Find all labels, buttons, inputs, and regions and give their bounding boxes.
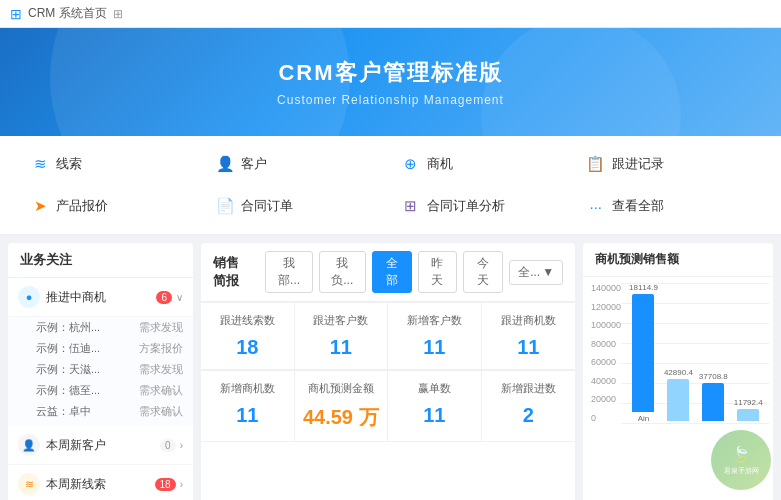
nav-more-label: 查看全部 (612, 197, 664, 215)
nav-more[interactable]: ··· 查看全部 (576, 190, 761, 222)
mid-panel-title: 销售简报 (213, 254, 251, 290)
biz-item-opportunity[interactable]: ● 推进中商机 6 ∨ (8, 278, 193, 317)
biz-sub-item[interactable]: 示例：天滋... 需求发现 (36, 359, 193, 380)
biz-sub-item[interactable]: 示例：伍迪... 方案报价 (36, 338, 193, 359)
analysis-icon: ⊞ (401, 196, 421, 216)
nav-leads-label: 线索 (56, 155, 82, 173)
chevron-down-icon: ∨ (176, 292, 183, 303)
main-content: 业务关注 ● 推进中商机 6 ∨ 示例：杭州... 需求发现 示例：伍迪... … (0, 235, 781, 500)
nav-customer[interactable]: 👤 客户 (205, 148, 390, 180)
bar-group-1: 18114.9 Ain (629, 283, 658, 423)
nav-opportunity[interactable]: ⊕ 商机 (391, 148, 576, 180)
bar-group-3: 37708.8 (699, 372, 728, 423)
stat-follow-customers: 跟进客户数 11 (295, 303, 389, 370)
filter-all[interactable]: 全部 (372, 251, 412, 293)
quote-icon: ➤ (30, 196, 50, 216)
bar-group-2: 42890.4 (664, 368, 693, 423)
sub-item-name: 示例：德至... (36, 383, 100, 398)
grid-line (621, 423, 769, 424)
nav-customer-label: 客户 (241, 155, 267, 173)
bar-value-2: 42890.4 (664, 368, 693, 377)
mid-panel: 销售简报 我部... 我负... 全部 昨天 今天 全... ▼ 跟进线索数 1… (201, 243, 575, 500)
biz-sub-item[interactable]: 示例：杭州... 需求发现 (36, 317, 193, 338)
hero-banner: CRM客户管理标准版 Customer Relationship Managem… (0, 28, 781, 136)
stat-wins-value: 11 (396, 404, 473, 427)
left-panel: 业务关注 ● 推进中商机 6 ∨ 示例：杭州... 需求发现 示例：伍迪... … (8, 243, 193, 500)
nav-followup[interactable]: 📋 跟进记录 (576, 148, 761, 180)
stat-follow-leads-value: 18 (209, 336, 286, 359)
stat-predicted-amount: 商机预测金额 44.59 万 (295, 371, 389, 442)
nav-menu: ≋ 线索 👤 客户 ⊕ 商机 📋 跟进记录 ➤ 产品报价 📄 合同订单 ⊞ 合同… (0, 136, 781, 235)
stat-follow-opps-label: 跟进商机数 (490, 313, 568, 328)
mid-panel-header: 销售简报 我部... 我负... 全部 昨天 今天 全... ▼ (201, 243, 575, 302)
biz-item-new-customer[interactable]: 👤 本周新客户 0 › (8, 426, 193, 465)
biz-sub-item[interactable]: 示例：德至... 需求确认 (36, 380, 193, 401)
followup-icon: 📋 (586, 154, 606, 174)
stat-follow-leads: 跟进线索数 18 (201, 303, 295, 370)
stat-new-followups: 新增跟进数 2 (482, 371, 576, 442)
bar-4 (737, 409, 759, 421)
stat-new-opps-label: 新增商机数 (209, 381, 286, 396)
stat-new-opps-value: 11 (209, 404, 286, 427)
nav-contract[interactable]: 📄 合同订单 (205, 190, 390, 222)
sub-item-name: 示例：天滋... (36, 362, 100, 377)
bar-2 (667, 379, 689, 421)
stat-new-customers-label: 新增客户数 (396, 313, 473, 328)
stat-follow-leads-label: 跟进线索数 (209, 313, 286, 328)
biz-opportunity-label: 推进中商机 (46, 289, 156, 306)
nav-quote[interactable]: ➤ 产品报价 (20, 190, 205, 222)
stat-follow-opps: 跟进商机数 11 (482, 303, 576, 370)
nav-leads[interactable]: ≋ 线索 (20, 148, 205, 180)
opportunity-icon: ⊕ (401, 154, 421, 174)
nav-quote-label: 产品报价 (56, 197, 108, 215)
biz-sub-item[interactable]: 云益：卓中 需求确认 (36, 401, 193, 422)
biz-item-new-leads[interactable]: ≋ 本周新线索 18 › (8, 465, 193, 500)
filter-my-dept[interactable]: 我部... (265, 251, 312, 293)
crm-icon: ⊞ (10, 6, 22, 22)
sub-item-name: 示例：杭州... (36, 320, 100, 335)
leads-icon: ≋ (30, 154, 50, 174)
stat-new-followups-label: 新增跟进数 (490, 381, 568, 396)
biz-leads-icon: ≋ (18, 473, 40, 495)
nav-contract-label: 合同订单 (241, 197, 293, 215)
biz-opportunity-icon: ● (18, 286, 40, 308)
contract-icon: 📄 (215, 196, 235, 216)
sub-item-status: 需求发现 (139, 362, 183, 377)
stat-new-followups-value: 2 (490, 404, 568, 427)
nav-analysis-label: 合同订单分析 (427, 197, 505, 215)
sub-item-name: 示例：伍迪... (36, 341, 100, 356)
nav-analysis[interactable]: ⊞ 合同订单分析 (391, 190, 576, 222)
stat-predicted-amount-label: 商机预测金额 (303, 381, 380, 396)
stat-wins-label: 赢单数 (396, 381, 473, 396)
stats-row-1: 跟进线索数 18 跟进客户数 11 新增客户数 11 跟进商机数 11 (201, 302, 575, 370)
left-panel-title: 业务关注 (8, 243, 193, 278)
nav-followup-label: 跟进记录 (612, 155, 664, 173)
filter-today[interactable]: 今天 (463, 251, 503, 293)
filter-period-dropdown[interactable]: 全... ▼ (509, 260, 563, 285)
sub-item-status: 需求确认 (139, 404, 183, 419)
watermark: 🍃 君泉手游网 (711, 430, 771, 490)
biz-customer-icon: 👤 (18, 434, 40, 456)
bar-group-4: 11792.4 (734, 398, 763, 423)
filter-my-charge[interactable]: 我负... (319, 251, 366, 293)
title-bar: ⊞ CRM 系统首页 ⊞ (0, 0, 781, 28)
expand-icon[interactable]: ⊞ (113, 7, 123, 21)
biz-sub-items: 示例：杭州... 需求发现 示例：伍迪... 方案报价 示例：天滋... 需求发… (8, 317, 193, 426)
sub-item-status: 方案报价 (139, 341, 183, 356)
biz-customer-label: 本周新客户 (46, 437, 160, 454)
page-title: CRM 系统首页 (28, 5, 107, 22)
chevron-right-icon: › (180, 440, 183, 451)
stat-new-customers: 新增客户数 11 (388, 303, 482, 370)
chevron-right-icon-2: › (180, 479, 183, 490)
stat-new-opps: 新增商机数 11 (201, 371, 295, 442)
more-icon: ··· (586, 196, 606, 216)
filter-yesterday[interactable]: 昨天 (418, 251, 458, 293)
stats-row-2: 新增商机数 11 商机预测金额 44.59 万 赢单数 11 新增跟进数 2 (201, 370, 575, 442)
bar-1 (632, 294, 654, 412)
sub-item-status: 需求确认 (139, 383, 183, 398)
sub-item-name: 云益：卓中 (36, 404, 91, 419)
bar-label-1: Ain (638, 414, 650, 423)
stat-predicted-amount-value: 44.59 万 (303, 404, 380, 431)
bar-value-1: 18114.9 (629, 283, 658, 292)
right-panel-title: 商机预测销售额 (583, 243, 773, 277)
